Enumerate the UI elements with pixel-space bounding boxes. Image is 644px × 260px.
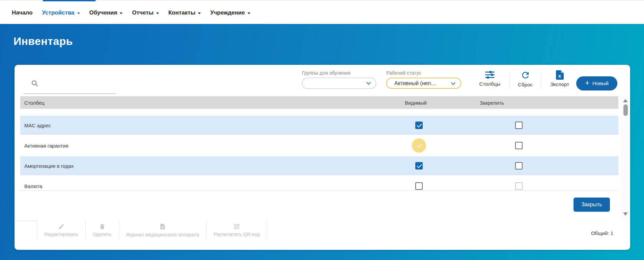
columns-table-header: Столбец Видимый Закрепить — [20, 96, 618, 109]
footer-toolbar: Редактировать Удалить Журнал медицинског… — [37, 221, 267, 239]
pinned-checkbox[interactable] — [515, 122, 523, 129]
total-count: Общий: 1 — [591, 230, 613, 236]
scrollbar-thumb[interactable] — [623, 104, 628, 116]
search-field — [24, 78, 116, 94]
pinned-checkbox[interactable] — [515, 162, 523, 170]
column-name-label: MAC адрес — [24, 123, 51, 128]
visible-checkbox[interactable] — [415, 122, 423, 129]
nav-item-devices[interactable]: Устройства — [37, 9, 85, 16]
nav-item-trainings[interactable]: Обучения — [85, 9, 128, 16]
table-row: Амортизация в годах — [20, 156, 618, 175]
visible-checkbox[interactable] — [415, 162, 423, 170]
reset-button[interactable]: Сброс — [513, 70, 538, 87]
chevron-down-icon — [248, 12, 250, 14]
sliders-icon — [485, 70, 495, 79]
close-button[interactable]: Закрыть — [573, 198, 610, 212]
edit-button[interactable]: Редактировать — [37, 221, 86, 239]
column-name-label: Амортизация в годах — [24, 163, 74, 169]
page-title: Инвентарь — [13, 35, 73, 48]
plus-icon: + — [585, 79, 589, 87]
top-nav: Начало Устройства Обучения Отчеты Контак… — [0, 0, 644, 24]
header-column: Столбец — [24, 100, 45, 105]
nav-top-hairline — [0, 0, 644, 1]
table-row: Активная гарантия — [20, 136, 618, 155]
column-name-label: Активная гарантия — [24, 143, 68, 149]
trash-icon — [99, 223, 106, 230]
inventory-card: Группы для обучения Рабочий статус Актив… — [15, 65, 630, 250]
pinned-checkbox[interactable] — [515, 142, 523, 149]
nav-item-institution[interactable]: Учреждение — [205, 9, 255, 16]
work-status-value: Активный (неп… — [387, 78, 460, 88]
vertical-scrollbar[interactable] — [621, 96, 630, 219]
visible-checkbox[interactable] — [415, 182, 423, 190]
chevron-down-icon — [198, 12, 201, 14]
medical-log-icon — [159, 223, 166, 230]
training-groups-select[interactable] — [302, 78, 376, 89]
app-window: Начало Устройства Обучения Отчеты Контак… — [0, 0, 644, 260]
chevron-down-icon — [366, 80, 371, 85]
nav-item-contacts[interactable]: Контакты — [164, 9, 205, 16]
columns-button[interactable]: Столбцы — [474, 70, 505, 87]
nav-item-reports[interactable]: Отчеты — [127, 9, 164, 16]
device-log-button[interactable]: Журнал медицинского аппарата — [119, 221, 207, 239]
active-tab-indicator — [43, 0, 95, 1]
excel-file-icon: x — [556, 70, 564, 80]
toolbar-divider — [509, 73, 510, 88]
header-pin: Закрепить — [480, 100, 504, 105]
print-qr-button[interactable]: Распечатать QR-код — [206, 221, 267, 239]
search-icon — [31, 80, 38, 87]
visible-checkbox[interactable] — [415, 142, 423, 149]
new-button[interactable]: + Новый — [576, 76, 617, 90]
training-groups-label: Группы для обучения — [302, 70, 351, 76]
table-row: Валюта — [20, 177, 618, 191]
export-button[interactable]: x Экспорт — [545, 70, 575, 87]
chevron-down-icon — [120, 12, 122, 14]
chevron-down-icon — [77, 12, 80, 14]
pencil-icon — [58, 223, 65, 230]
chevron-down-icon — [156, 12, 159, 14]
pinned-checkbox[interactable] — [515, 182, 523, 190]
columns-rows: MAC адресАктивная гарантияАмортизация в … — [20, 116, 618, 191]
refresh-icon — [521, 70, 530, 80]
work-status-label: Рабочий статус — [386, 70, 421, 76]
table-row: MAC адрес — [20, 116, 618, 135]
column-name-label: Валюта — [24, 183, 42, 189]
toolbar-divider — [541, 73, 541, 88]
search-input[interactable] — [43, 81, 114, 91]
nav-item-home[interactable]: Начало — [7, 9, 37, 16]
qr-code-icon — [233, 223, 240, 230]
header-visible: Видимый — [405, 100, 427, 105]
scroll-up-arrow-icon[interactable] — [623, 99, 628, 102]
scroll-down-arrow-icon[interactable] — [623, 212, 628, 216]
footer-hairline — [15, 221, 37, 221]
delete-button[interactable]: Удалить — [86, 221, 119, 239]
work-status-select[interactable]: Активный (неп… — [386, 78, 461, 89]
